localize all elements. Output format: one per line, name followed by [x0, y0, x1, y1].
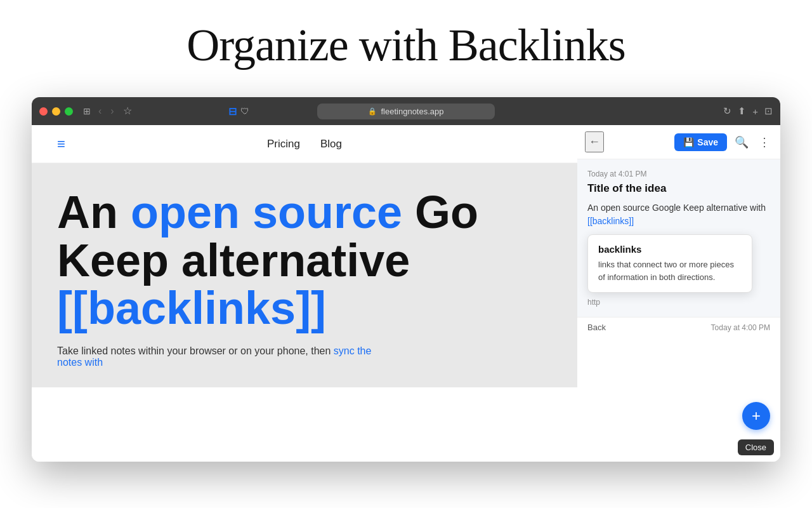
nav-link-pricing[interactable]: Pricing [267, 138, 300, 150]
extension-timestamp: Today at 4:01 PM [587, 170, 770, 178]
new-tab-icon[interactable]: + [752, 106, 758, 117]
extension-bottom-bar: Back Today at 4:00 PM [577, 317, 780, 337]
extension-note-url: http [587, 298, 770, 307]
address-bar[interactable]: 🔒 fleetingnotes.app [317, 104, 495, 119]
traffic-light-minimize[interactable] [52, 107, 60, 116]
browser-forward-btn[interactable]: › [108, 105, 116, 117]
hero-text-open-source: open source [131, 187, 402, 237]
hero-subtitle: Take linked notes within your browser or… [57, 345, 374, 368]
extension-icon-shield[interactable]: 🛡 [240, 106, 249, 116]
close-tooltip[interactable]: Close [738, 439, 774, 455]
extension-save-button[interactable]: 💾 Save [674, 133, 727, 151]
tabs-icon[interactable]: ⊡ [764, 105, 773, 117]
extension-note-title: Title of the idea [587, 182, 770, 195]
lock-icon: 🔒 [368, 107, 377, 116]
site-logo: ≡ [57, 136, 65, 152]
extension-back-label: Back [587, 323, 606, 332]
share-icon[interactable]: ⬆ [738, 105, 746, 117]
extension-add-button[interactable]: + [742, 402, 770, 430]
tooltip-definition: links that connect two or more pieces of… [598, 258, 742, 283]
extension-icon-fleeting[interactable]: ⊟ [228, 105, 237, 117]
extension-panel: ← 💾 Save 🔍 ⋮ Today at 4:01 PM Title of t… [577, 125, 780, 462]
url-text: fleetingnotes.app [381, 107, 443, 116]
note-backlink-ref[interactable]: [[backlinks]] [587, 216, 634, 226]
extension-back-button[interactable]: ← [585, 131, 604, 152]
hero-line3: [[backlinks]] [57, 284, 552, 333]
backlink-tooltip: backlinks links that connect two or more… [587, 234, 752, 293]
traffic-light-fullscreen[interactable] [65, 107, 73, 116]
bookmark-icon[interactable]: ☆ [121, 105, 134, 117]
hero-subtitle-text: Take linked notes within your browser or… [57, 345, 334, 356]
extension-prev-timestamp: Today at 4:00 PM [711, 323, 770, 332]
browser-window: ⊞ ‹ › ☆ 🔒 fleetingnotes.app ⊟ 🛡 ↻ ⬆ + ⊡ … [32, 97, 780, 462]
browser-right-controls: ↻ ⬆ + ⊡ [723, 105, 773, 117]
sidebar-toggle-icon[interactable]: ⊞ [83, 106, 91, 116]
traffic-light-close[interactable] [39, 107, 48, 116]
save-icon: 💾 [683, 137, 694, 147]
site-hero: An open source Go Keep alternative [[bac… [32, 163, 577, 387]
tooltip-word: backlinks [598, 244, 742, 255]
browser-chrome: ⊞ ‹ › ☆ 🔒 fleetingnotes.app ⊟ 🛡 ↻ ⬆ + ⊡ [32, 97, 780, 125]
save-label: Save [697, 137, 718, 147]
browser-back-btn[interactable]: ‹ [96, 105, 104, 117]
hero-text-an: An [57, 187, 131, 237]
site-navbar: ≡ Pricing Blog [32, 125, 577, 163]
browser-content: ≡ Pricing Blog An open source Go Keep al… [32, 125, 780, 462]
browser-controls: ⊞ ‹ › ☆ [83, 105, 134, 117]
traffic-lights [39, 107, 73, 116]
hero-line2: Keep alternative [57, 237, 552, 285]
extension-note-area: Today at 4:01 PM Title of the idea An op… [577, 159, 780, 317]
site-nav-links: Pricing Blog [267, 138, 342, 150]
site-content-area: ≡ Pricing Blog An open source Go Keep al… [32, 125, 577, 462]
extension-note-body: An open source Google Keep alternative w… [587, 201, 770, 228]
extension-search-button[interactable]: 🔍 [732, 133, 751, 152]
reload-icon[interactable]: ↻ [723, 105, 731, 117]
nav-link-blog[interactable]: Blog [320, 138, 342, 150]
note-body-text: An open source Google Keep alternative w… [587, 203, 766, 213]
extension-more-button[interactable]: ⋮ [756, 133, 773, 152]
hero-line1: An open source Go [57, 189, 552, 237]
extension-header: ← 💾 Save 🔍 ⋮ [577, 125, 780, 159]
page-heading: Organize with Backlinks [187, 19, 625, 72]
hero-text-go: Go [402, 187, 478, 237]
